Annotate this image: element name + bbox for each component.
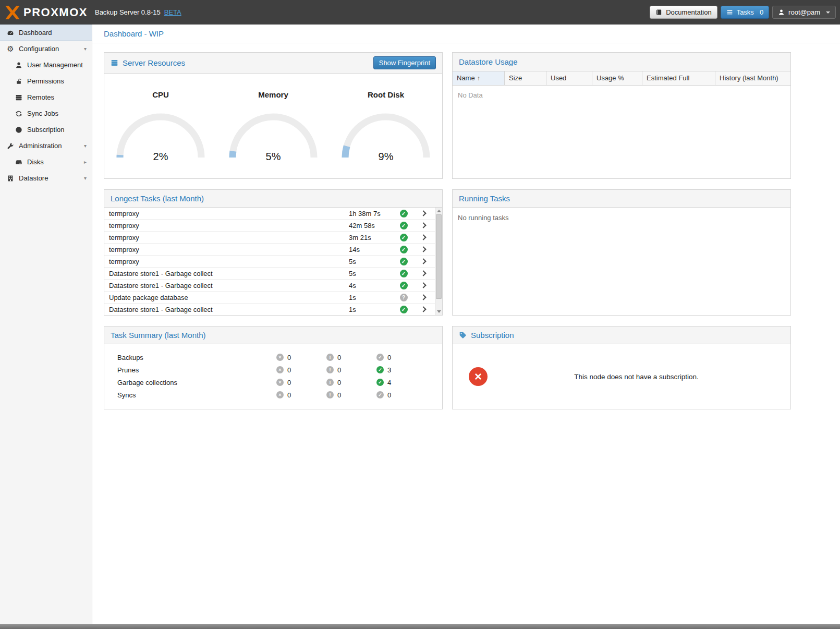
gauge-value: 9% [379,151,394,162]
sidebar-item-subscription[interactable]: Subscription [0,122,92,138]
summary-label: Syncs [104,391,276,399]
chevron-right-icon [420,210,426,216]
open-task-button[interactable] [414,307,433,311]
warning-count-icon: ! [326,391,334,398]
task-row[interactable]: Datastore store1 - Garbage collect 1s ✓ [104,304,435,315]
sidebar-item-dashboard[interactable]: Dashboard [0,25,92,41]
scrollbar-thumb[interactable] [436,214,442,299]
task-duration: 14s [344,246,393,253]
ok-count: 3 [387,366,391,374]
sidebar-item-sync-jobs[interactable]: Sync Jobs [0,105,92,122]
caret-down-icon[interactable]: ▾ [84,143,87,149]
server-resources-header: Server Resources Show Fingerprint [104,53,442,74]
panel-title: Server Resources [123,58,185,67]
hard-disk-icon [15,158,23,166]
sidebar-item-remotes[interactable]: Remotes [0,89,92,105]
warning-count: 0 [337,366,341,374]
product-version-text: Backup Server 0.8-15 [95,8,161,16]
sidebar-item-label: User Management [27,61,83,69]
panel-title: Task Summary (last Month) [111,331,206,340]
error-count-icon: × [276,354,284,361]
task-row[interactable]: Datastore store1 - Garbage collect 5s ✓ [104,268,435,280]
support-ring-icon [15,126,23,134]
summary-label: Backups [104,354,276,361]
warning-count-icon: ! [326,379,334,386]
task-name: Update package database [104,294,344,301]
caret-right-icon[interactable]: ▸ [84,159,87,165]
user-menu-button[interactable]: root@pam [772,6,836,19]
error-count-icon: × [276,391,284,398]
status-ok-icon: ✓ [400,258,408,265]
chevron-right-icon [420,294,426,300]
sidebar-item-user-management[interactable]: User Management [0,57,92,73]
open-task-button[interactable] [414,271,433,275]
summary-row: Backups ×0 !0 ✓0 [104,351,442,364]
warning-count: 0 [337,354,341,361]
sidebar-item-label: Subscription [27,126,65,134]
user-icon [15,61,23,69]
panel-title: Running Tasks [459,194,510,203]
open-task-button[interactable] [414,247,433,251]
task-row[interactable]: termproxy 5s ✓ [104,256,435,268]
no-running-tasks-text: No running tasks [453,208,790,228]
scroll-down-arrow[interactable] [437,310,441,313]
caret-down-icon[interactable]: ▾ [84,175,87,181]
proxmox-x-icon [5,6,20,19]
sync-icon [15,110,23,118]
sidebar-item-label: Sync Jobs [27,110,58,117]
tasks-count-badge: 0 [760,8,763,16]
column-header-used[interactable]: Used [546,71,592,86]
ok-count-icon: ✓ [376,366,384,373]
column-header-name[interactable]: Name↑ [453,71,505,86]
sidebar-item-datastore[interactable]: Datastore ▾ [0,170,92,186]
book-icon [655,9,662,16]
longest-tasks-header: Longest Tasks (last Month) [104,190,442,208]
building-icon [6,174,15,183]
dashboard-icon [6,29,15,37]
scroll-up-arrow[interactable] [437,210,441,212]
column-header-size[interactable]: Size [505,71,546,86]
sidebar-item-administration[interactable]: Administration ▾ [0,138,92,154]
open-task-button[interactable] [414,223,433,227]
task-row[interactable]: termproxy 14s ✓ [104,244,435,256]
task-row[interactable]: termproxy 1h 38m 7s ✓ [104,208,435,220]
sidebar-item-label: Permissions [27,77,64,85]
error-count: 0 [287,354,291,361]
unlock-icon [15,77,23,86]
sidebar-item-label: Configuration [19,45,59,53]
open-task-button[interactable] [414,259,433,263]
tasks-button[interactable]: Tasks 0 [721,6,769,19]
sidebar-item-configuration[interactable]: ⚙ Configuration ▾ [0,41,92,57]
proxmox-logo: PROXMOX [5,6,88,19]
datastore-usage-header: Datastore Usage [453,53,790,71]
open-task-button[interactable] [414,295,433,299]
task-row[interactable]: Update package database 1s ? [104,292,435,304]
column-header-usage-pct[interactable]: Usage % [592,71,642,86]
horizontal-scrollbar[interactable] [0,624,840,629]
beta-link[interactable]: BETA [164,8,181,16]
chevron-right-icon [420,306,426,312]
show-fingerprint-button[interactable]: Show Fingerprint [373,56,436,69]
sidebar-item-disks[interactable]: Disks ▸ [0,154,92,170]
brand-text: PROXMOX [23,6,88,19]
task-row[interactable]: termproxy 3m 21s ✓ [104,232,435,244]
open-task-button[interactable] [414,211,433,215]
panel-title: Subscription [471,331,514,340]
sidebar-item-permissions[interactable]: Permissions [0,73,92,89]
caret-down-icon[interactable]: ▾ [84,46,87,52]
task-name: Datastore store1 - Garbage collect [104,306,344,313]
summary-row: Garbage collections ×0 !0 ✓4 [104,376,442,389]
task-row[interactable]: Datastore store1 - Garbage collect 4s ✓ [104,280,435,292]
open-task-button[interactable] [414,235,433,239]
documentation-button[interactable]: Documentation [650,6,717,19]
vertical-scrollbar[interactable] [435,208,442,315]
open-task-button[interactable] [414,283,433,287]
page-title: Dashboard - WIP [92,25,840,43]
gear-icon: ⚙ [6,45,15,53]
task-name: termproxy [104,246,344,253]
column-header-estimated-full[interactable]: Estimated Full [642,71,715,86]
task-row[interactable]: termproxy 42m 58s ✓ [104,220,435,232]
tasks-label: Tasks [737,8,754,16]
column-header-history[interactable]: History (last Month) [715,71,790,86]
summary-label: Prunes [104,366,276,374]
